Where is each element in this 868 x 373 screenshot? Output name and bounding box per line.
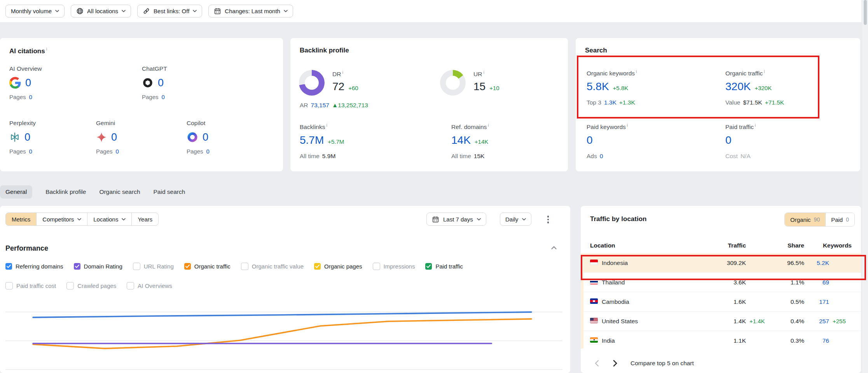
domain-rating-block: DRi 72+60 bbox=[299, 70, 358, 96]
location-row-indonesia[interactable]: Indonesia309.2K96.5%5.2K bbox=[581, 253, 861, 272]
column-location[interactable]: Location bbox=[590, 242, 695, 249]
url-rating-donut bbox=[440, 70, 466, 96]
citations-count[interactable]: 0 bbox=[25, 77, 31, 89]
checkbox-domain-rating[interactable]: Domain Rating bbox=[74, 263, 122, 270]
tab-paid-search[interactable]: Paid search bbox=[154, 188, 185, 195]
tab-organic-search[interactable]: Organic search bbox=[99, 188, 140, 195]
checkbox-impressions[interactable]: Impressions bbox=[373, 263, 415, 270]
segment-label: Locations bbox=[93, 216, 118, 223]
more-options-button[interactable] bbox=[544, 215, 552, 224]
search-title: Search bbox=[585, 47, 607, 54]
column-traffic[interactable]: Traffic bbox=[695, 242, 746, 249]
chevron-down-icon bbox=[122, 10, 126, 12]
info-icon: i bbox=[46, 47, 47, 51]
keywords-link[interactable]: 5.2K bbox=[804, 260, 829, 267]
ahrefs-rank-line[interactable]: AR73,157▲13,252,713 bbox=[300, 102, 368, 109]
metric-value[interactable]: 0 bbox=[587, 134, 593, 146]
chevron-up-icon[interactable] bbox=[551, 246, 557, 249]
provider-label: AI Overview bbox=[9, 65, 97, 72]
metric-value[interactable]: 320K bbox=[725, 80, 751, 93]
filter-changes-last-month[interactable]: Changes: Last month bbox=[208, 5, 293, 17]
keywords-link[interactable]: 69 bbox=[804, 279, 829, 286]
pages-line: Pages0 bbox=[187, 148, 274, 155]
pages-count[interactable]: 0 bbox=[116, 148, 119, 155]
checkbox-url-rating[interactable]: URL Rating bbox=[133, 263, 174, 270]
checkbox-crawled-pages[interactable]: Crawled pages bbox=[66, 282, 116, 289]
filter-best-links-off[interactable]: Best links: Off bbox=[137, 5, 202, 17]
date-range-button[interactable]: Last 7 days bbox=[426, 213, 486, 226]
metric-label-text: Organic traffic bbox=[725, 70, 763, 77]
metric-paid-traffic: Paid traffici0CostN/A bbox=[725, 123, 854, 160]
segment-years[interactable]: Years bbox=[131, 213, 159, 226]
column-keywords[interactable]: Keywords bbox=[804, 242, 852, 249]
metric-value-row: 5.8K+5.8K bbox=[587, 80, 715, 93]
checkbox-paid-traffic-cost[interactable]: Paid traffic cost bbox=[5, 282, 56, 289]
toggle-paid[interactable]: Paid0 bbox=[825, 213, 854, 226]
citations-count[interactable]: 0 bbox=[158, 77, 164, 89]
metric-checkbox-row: Paid traffic costCrawled pagesAI Overvie… bbox=[5, 282, 172, 289]
provider-label: ChatGPT bbox=[142, 65, 229, 72]
scrollbar-track[interactable] bbox=[862, 0, 868, 373]
backlinks-label: Backlinksi bbox=[300, 123, 428, 131]
backlinks-delta: +5.7M bbox=[328, 138, 344, 145]
pages-count[interactable]: 0 bbox=[162, 94, 165, 100]
checkbox-paid-traffic[interactable]: Paid traffic bbox=[425, 263, 463, 270]
unchecked-checkbox bbox=[241, 263, 248, 270]
granularity-button[interactable]: Daily bbox=[500, 213, 531, 226]
metric-value[interactable]: 0 bbox=[725, 134, 732, 146]
location-row-cambodia[interactable]: Cambodia1.6K0.5%171 bbox=[581, 292, 861, 311]
toggle-organic[interactable]: Organic90 bbox=[785, 213, 825, 226]
next-page-button[interactable] bbox=[609, 357, 622, 370]
flag-cell bbox=[590, 279, 602, 286]
flag-canton bbox=[590, 318, 594, 321]
backlinks-metric: Backlinksi 5.7M+5.7M All time5.9M bbox=[300, 123, 428, 160]
metric-label-text: Paid traffic bbox=[725, 124, 754, 130]
india-flag-icon bbox=[590, 337, 598, 343]
ref-domains-value[interactable]: 14K bbox=[451, 134, 471, 146]
backlinks-value[interactable]: 5.7M bbox=[300, 134, 324, 146]
column-share[interactable]: Share bbox=[770, 242, 804, 249]
dr-delta: +60 bbox=[348, 85, 358, 91]
location-row-united-states[interactable]: United States1.4K+1.4K0.4%257+255 bbox=[581, 311, 861, 331]
keywords-link[interactable]: 257 bbox=[804, 318, 829, 325]
text-token: Cost bbox=[725, 153, 738, 160]
location-name: India bbox=[602, 337, 695, 344]
filters-toolbar: Monthly volumeAll locationsBest links: O… bbox=[0, 0, 861, 22]
checkbox-organic-traffic[interactable]: Organic traffic bbox=[184, 263, 231, 270]
flag-cell bbox=[590, 260, 602, 267]
tab-general[interactable]: General bbox=[0, 185, 32, 199]
citations-count[interactable]: 0 bbox=[24, 131, 30, 143]
citations-count[interactable]: 0 bbox=[111, 131, 117, 143]
checkbox-ai-overviews[interactable]: AI Overviews bbox=[127, 282, 172, 289]
ur-label: URi bbox=[473, 70, 499, 78]
prev-page-button[interactable] bbox=[590, 357, 603, 370]
checkbox-organic-pages[interactable]: Organic pages bbox=[314, 263, 362, 270]
segment-metrics[interactable]: Metrics bbox=[5, 213, 37, 226]
pages-count[interactable]: 0 bbox=[206, 148, 210, 155]
location-row-thailand[interactable]: Thailand3.6K1.1%69 bbox=[581, 272, 861, 292]
segment-locations[interactable]: Locations bbox=[87, 213, 132, 226]
ur-value: 15 bbox=[473, 80, 486, 93]
pages-count[interactable]: 0 bbox=[29, 94, 32, 100]
checked-checkbox bbox=[74, 263, 80, 270]
filter-monthly-volume[interactable]: Monthly volume bbox=[5, 5, 65, 17]
series-referring-domains bbox=[33, 312, 531, 317]
filter-all-locations[interactable]: All locations bbox=[71, 5, 131, 17]
location-row-india[interactable]: India1.1K0.3%76 bbox=[581, 331, 861, 350]
keywords-link[interactable]: 76 bbox=[804, 337, 829, 344]
compare-top5-action[interactable]: Compare top 5 on chart bbox=[630, 360, 694, 367]
metric-label: Organic traffici bbox=[725, 69, 854, 77]
flag-cell bbox=[590, 337, 602, 344]
checkbox-referring-domains[interactable]: Referring domains bbox=[5, 263, 63, 270]
gemini-icon bbox=[96, 132, 107, 143]
keywords-link[interactable]: 171 bbox=[804, 298, 829, 305]
scrollbar-thumb[interactable] bbox=[864, 0, 867, 25]
metric-value[interactable]: 5.8K bbox=[587, 80, 609, 93]
segment-competitors[interactable]: Competitors bbox=[36, 213, 87, 226]
citations-count[interactable]: 0 bbox=[203, 131, 208, 143]
checkbox-organic-traffic-value[interactable]: Organic traffic value bbox=[241, 263, 304, 270]
chevron-down-icon bbox=[522, 218, 526, 221]
checked-checkbox bbox=[184, 263, 191, 270]
pages-count[interactable]: 0 bbox=[29, 148, 32, 155]
tab-backlink-profile[interactable]: Backlink profile bbox=[45, 188, 86, 195]
